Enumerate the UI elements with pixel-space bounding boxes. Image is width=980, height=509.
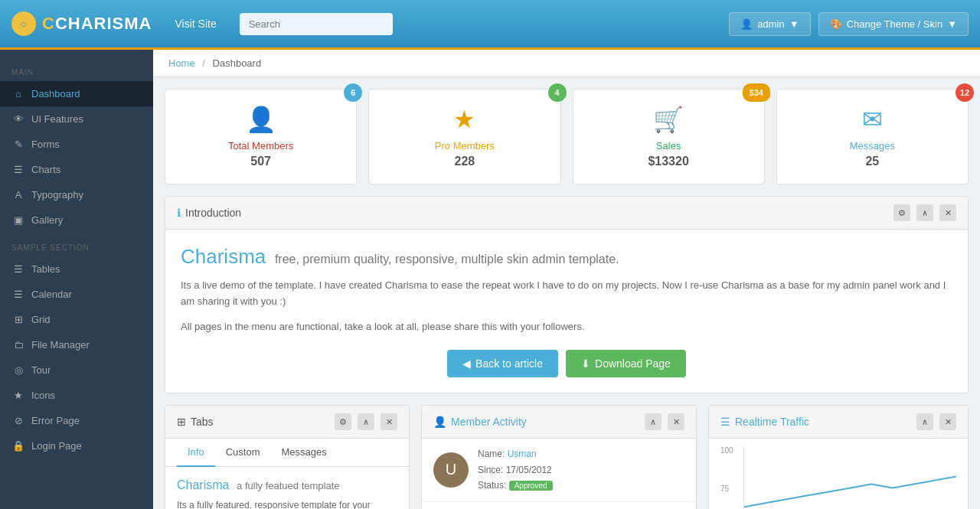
sidebar-item-error[interactable]: ⊘ Error Page — [0, 408, 153, 433]
dashboard-icon: ⌂ — [11, 88, 25, 100]
search-input[interactable] — [240, 13, 393, 35]
back-to-article-button[interactable]: ◀ Back to article — [447, 350, 558, 377]
sidebar-item-label: Grid — [31, 314, 51, 325]
sidebar-item-label: Error Page — [31, 415, 80, 426]
calendar-icon: ☰ — [11, 289, 25, 300]
gallery-icon: ▣ — [11, 214, 25, 226]
theme-button[interactable]: 🎨 Change Theme / Skin ▼ — [818, 12, 969, 36]
close-btn-tabs[interactable]: ✕ — [381, 413, 397, 430]
introduction-widget-title: ℹ Introduction — [177, 207, 241, 219]
introduction-widget: ℹ Introduction ⚙ ∧ ✕ Charisma free, prem… — [165, 196, 969, 393]
settings-btn-tabs[interactable]: ⚙ — [335, 413, 351, 430]
stat-badge-members: 6 — [344, 83, 362, 102]
caret-icon: ▼ — [789, 18, 799, 30]
typography-icon: A — [11, 189, 25, 201]
stat-card-sales: $34 🛒 Sales $13320 — [573, 89, 765, 184]
member-activity-controls: ∧ ✕ — [645, 413, 684, 430]
star-icon: ★ — [11, 390, 25, 401]
sidebar-item-ui-features[interactable]: 👁 UI Features — [0, 106, 153, 132]
member-entry: U Name: Usman Since: 17/05/2012 Status: … — [422, 439, 696, 501]
sidebar-item-tour[interactable]: ◎ Tour — [0, 357, 153, 383]
tabs-widget: ⊞ Tabs ⚙ ∧ ✕ Info Custom Messages — [165, 405, 410, 509]
download-icon: ⬇ — [581, 357, 590, 370]
sidebar-item-label: Dashboard — [31, 88, 80, 100]
intro-subtitle: free, premium quality, responsive, multi… — [275, 253, 619, 266]
user-icon: 👤 — [740, 18, 753, 30]
member-activity-widget: 👤 Member Activity ∧ ✕ U Name: Usman Sinc… — [421, 405, 697, 509]
member-icon: 👤 — [433, 416, 446, 428]
edit-icon: ✎ — [11, 139, 25, 150]
chart-area: 100 75 50 — [709, 439, 968, 509]
tabs-widget-controls: ⚙ ∧ ✕ — [335, 413, 397, 430]
tabs-widget-header: ⊞ Tabs ⚙ ∧ ✕ — [165, 406, 409, 439]
close-btn-intro[interactable]: ✕ — [939, 204, 956, 221]
pro-icon: ★ — [381, 105, 548, 134]
sidebar-item-label: Tour — [31, 364, 51, 376]
stat-value-messages: 25 — [789, 155, 956, 168]
tab-charisma-subtitle: a fully featued template — [237, 480, 339, 491]
sidebar-item-label: Forms — [31, 139, 60, 150]
tab-messages[interactable]: Messages — [270, 439, 337, 467]
close-btn-member[interactable]: ✕ — [668, 413, 684, 430]
member-name-1: Usman — [508, 449, 537, 459]
sidebar-item-icons[interactable]: ★ Icons — [0, 383, 153, 408]
sidebar-item-file-manager[interactable]: 🗀 File Manager — [0, 332, 153, 357]
settings-btn-intro[interactable]: ⚙ — [893, 204, 910, 221]
traffic-widget-controls: ∧ ✕ — [916, 413, 956, 430]
introduction-heading: Charisma free, premium quality, responsi… — [181, 245, 952, 269]
breadcrumb-current: Dashboard — [213, 57, 262, 69]
stat-badge-messages: 12 — [956, 83, 974, 102]
brand-name: CCharisma — [42, 14, 152, 34]
tab-content-desc: Its a fully featured, responsive templat… — [177, 498, 397, 509]
sidebar-item-label: Typography — [31, 189, 83, 201]
tabs-nav: Info Custom Messages — [165, 439, 409, 467]
breadcrumb-home[interactable]: Home — [168, 57, 195, 69]
collapse-btn-member[interactable]: ∧ — [645, 413, 662, 430]
visit-site-link[interactable]: Visit Site — [167, 14, 224, 34]
sidebar-item-grid[interactable]: ⊞ Grid — [0, 307, 153, 332]
tab-info[interactable]: Info — [177, 439, 215, 467]
sidebar-item-calendar[interactable]: ☰ Calendar — [0, 282, 153, 307]
member-since-1: 17/05/2012 — [506, 465, 552, 475]
sidebar-item-login[interactable]: 🔒 Login Page — [0, 433, 153, 458]
sidebar-item-dashboard[interactable]: ⌂ Dashboard — [0, 81, 153, 106]
stat-badge-sales: $34 — [743, 83, 770, 102]
nav-right: 👤 admin ▼ 🎨 Change Theme / Skin ▼ — [729, 12, 969, 36]
sidebar-item-gallery[interactable]: ▣ Gallery — [0, 207, 153, 233]
tabs-body: Charisma a fully featued template Its a … — [165, 467, 409, 509]
paint-icon: 🎨 — [830, 18, 842, 30]
member-activity-title: 👤 Member Activity — [433, 416, 527, 428]
admin-button[interactable]: 👤 admin ▼ — [729, 12, 810, 36]
line-chart-svg — [744, 446, 956, 509]
stat-label-messages: Messages — [789, 140, 956, 152]
brand-logo: ○ CCharisma — [11, 11, 152, 36]
tab-custom[interactable]: Custom — [215, 439, 271, 467]
sales-icon: 🛒 — [585, 105, 753, 134]
collapse-btn-traffic[interactable]: ∧ — [916, 413, 933, 430]
sidebar-item-label: File Manager — [31, 339, 90, 351]
tour-icon: ◎ — [11, 364, 25, 376]
close-btn-traffic[interactable]: ✕ — [939, 413, 956, 430]
sidebar-item-label: Gallery — [31, 214, 63, 226]
sidebar-section-sample: SAMPLE SECTION — [0, 233, 153, 256]
sidebar-section-main: MAIN — [0, 57, 153, 81]
widget-controls-intro: ⚙ ∧ ✕ — [893, 204, 956, 221]
members-icon: 👤 — [177, 105, 345, 134]
download-page-button[interactable]: ⬇ Download Page — [566, 350, 686, 377]
stat-card-messages: 12 ✉ Messages 25 — [776, 89, 969, 184]
sidebar-item-typography[interactable]: A Typography — [0, 182, 153, 207]
sidebar-item-charts[interactable]: ☰ Charts — [0, 157, 153, 182]
member-entry-2: S Name: Sheikh Heera — [422, 502, 696, 509]
sidebar-item-label: UI Features — [31, 113, 83, 125]
sidebar-item-tables[interactable]: ☰ Tables — [0, 256, 153, 282]
traffic-widget-header: ☰ Realtime Traffic ∧ ✕ — [709, 406, 968, 439]
collapse-btn-intro[interactable]: ∧ — [916, 204, 933, 221]
chart-y-labels: 100 75 50 — [720, 446, 740, 509]
traffic-icon: ☰ — [720, 416, 730, 428]
main-layout: MAIN ⌂ Dashboard 👁 UI Features ✎ Forms ☰… — [0, 50, 980, 509]
search-box — [240, 13, 393, 35]
stat-badge-pro: 4 — [548, 83, 567, 102]
sidebar-item-label: Tables — [31, 263, 60, 275]
collapse-btn-tabs[interactable]: ∧ — [358, 413, 374, 430]
sidebar-item-forms[interactable]: ✎ Forms — [0, 132, 153, 157]
